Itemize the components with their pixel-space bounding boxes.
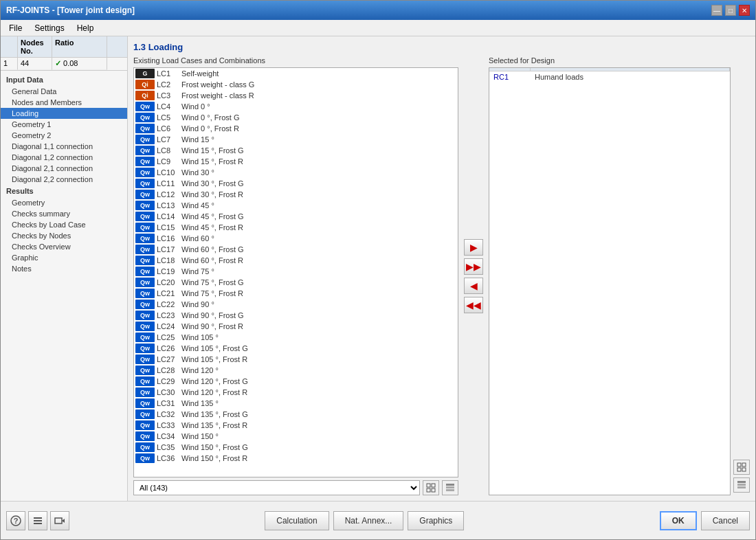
close-button[interactable]: ✕ (739, 5, 750, 16)
list-item[interactable]: Qw LC4 Wind 0 ° (134, 101, 458, 112)
list-item[interactable]: Qw LC9 Wind 15 °, Frost R (134, 156, 458, 167)
right-icon-col (733, 67, 750, 495)
selected-box[interactable]: RC1 Humand loads (489, 67, 731, 495)
list-item[interactable]: Qw LC16 Wind 60 ° (134, 233, 458, 244)
nav-geometry[interactable]: Geometry (1, 197, 127, 208)
list-item[interactable]: Qw LC32 Wind 135 °, Frost G (134, 409, 458, 420)
list-item[interactable]: Qw LC34 Wind 150 ° (134, 431, 458, 442)
selected-table-icon[interactable] (733, 477, 750, 493)
list-item[interactable]: Qw LC14 Wind 45 °, Frost G (134, 211, 458, 222)
table-row: 1 44 ✓ 0.08 (1, 58, 127, 70)
table-view-btn[interactable] (442, 480, 458, 495)
load-desc: Wind 120 ° (181, 366, 219, 374)
svg-rect-17 (34, 520, 42, 521)
help-icon: ? (10, 515, 21, 526)
export-button[interactable] (50, 511, 69, 530)
nav-geometry2[interactable]: Geometry 2 (1, 130, 127, 141)
list-item[interactable]: Qw LC12 Wind 30 °, Frost R (134, 189, 458, 200)
menu-help[interactable]: Help (71, 22, 100, 34)
list-item[interactable]: Qw LC35 Wind 150 °, Frost G (134, 442, 458, 453)
nav-diag21[interactable]: Diagonal 2,1 connection (1, 163, 127, 174)
add-one-button[interactable]: ▶ (464, 239, 483, 256)
list-item[interactable]: Qw LC33 Wind 135 °, Frost R (134, 420, 458, 431)
nav-diag12[interactable]: Diagonal 1,2 connection (1, 152, 127, 163)
list-item[interactable]: Qw LC15 Wind 45 °, Frost R (134, 222, 458, 233)
maximize-button[interactable]: □ (725, 5, 736, 16)
list-item[interactable]: Qi LC2 Frost weight - class G (134, 79, 458, 90)
load-desc: Wind 90 ° (181, 300, 214, 308)
load-list-box[interactable]: G LC1 Self-weight Qi LC2 Frost weight - … (133, 67, 458, 477)
list-item[interactable]: Qw LC7 Wind 15 ° (134, 134, 458, 145)
nav-checks-summary[interactable]: Checks summary (1, 208, 127, 219)
select-all-icon-btn[interactable] (423, 480, 439, 495)
remove-one-button[interactable]: ◀ (464, 278, 483, 294)
help-button[interactable]: ? (6, 511, 25, 530)
nav-diag22[interactable]: Diagonal 2,2 connection (1, 174, 127, 185)
calculation-button[interactable]: Calculation (265, 511, 329, 530)
list-item[interactable]: Qw LC27 Wind 105 °, Frost R (134, 354, 458, 365)
list-item[interactable]: Qw LC17 Wind 60 °, Frost G (134, 244, 458, 255)
menu-file[interactable]: File (3, 22, 27, 34)
nav-loading[interactable]: Loading (1, 108, 127, 119)
list-item[interactable]: Qw LC26 Wind 105 °, Frost G (134, 343, 458, 354)
list-item[interactable]: Qw LC30 Wind 120 °, Frost R (134, 387, 458, 398)
nav-geometry1[interactable]: Geometry 1 (1, 119, 127, 130)
load-num: LC30 (157, 388, 181, 396)
remove-all-button[interactable]: ◀◀ (464, 297, 483, 313)
svg-rect-10 (742, 468, 746, 471)
load-badge: Qw (135, 223, 155, 232)
cancel-button[interactable]: Cancel (701, 511, 750, 530)
load-badge: Qw (135, 245, 155, 254)
nat-annex-button[interactable]: Nat. Annex... (333, 511, 404, 530)
list-item[interactable]: Qw LC8 Wind 15 °, Frost G (134, 145, 458, 156)
load-badge: Qw (135, 431, 155, 441)
nav-checks-load-case[interactable]: Checks by Load Case (1, 219, 127, 230)
load-num: LC27 (157, 355, 181, 363)
list-button[interactable] (28, 511, 47, 530)
list-item[interactable]: Qw LC18 Wind 60 °, Frost R (134, 255, 458, 266)
add-all-button[interactable]: ▶▶ (464, 258, 483, 275)
col-rc-header (489, 68, 531, 71)
nav-nodes-members[interactable]: Nodes and Members (1, 97, 127, 108)
load-desc: Wind 30 ° (181, 168, 214, 177)
load-num: LC22 (157, 300, 181, 308)
selected-select-icon[interactable] (733, 460, 750, 475)
list-item[interactable]: Qw LC20 Wind 75 °, Frost G (134, 277, 458, 288)
list-item[interactable]: Qw LC5 Wind 0 °, Frost G (134, 112, 458, 123)
nav-graphic[interactable]: Graphic (1, 252, 127, 263)
list-item[interactable]: Qw LC31 Wind 135 ° (134, 398, 458, 409)
list-item[interactable]: Qw LC19 Wind 75 ° (134, 266, 458, 277)
load-num: LC35 (157, 443, 181, 451)
graphics-button[interactable]: Graphics (408, 511, 464, 530)
lc-dropdown[interactable]: All (143) (133, 480, 420, 495)
ok-button[interactable]: OK (660, 511, 697, 530)
load-badge: G (135, 69, 155, 78)
menu-settings[interactable]: Settings (29, 22, 69, 34)
load-num: LC13 (157, 201, 181, 210)
nav-checks-nodes[interactable]: Checks by Nodes (1, 230, 127, 241)
list-item[interactable]: Qw LC22 Wind 90 ° (134, 299, 458, 310)
col-nodes-header: Nodes No. (18, 36, 52, 57)
nav-checks-overview[interactable]: Checks Overview (1, 241, 127, 252)
dropdown-row: All (143) (133, 480, 458, 495)
load-badge: Qw (135, 442, 155, 452)
list-item[interactable]: Qw LC6 Wind 0 °, Frost R (134, 123, 458, 134)
list-item[interactable]: Qw LC25 Wind 105 ° (134, 332, 458, 343)
list-item[interactable]: Qw LC13 Wind 45 ° (134, 200, 458, 211)
list-item[interactable]: Qw LC23 Wind 90 °, Frost G (134, 310, 458, 321)
nav-diag11[interactable]: Diagonal 1,1 connection (1, 141, 127, 152)
load-desc: Wind 105 °, Frost G (181, 344, 248, 352)
list-item[interactable]: Qw LC28 Wind 120 ° (134, 365, 458, 376)
list-item[interactable]: Qw LC11 Wind 30 °, Frost G (134, 178, 458, 189)
minimize-button[interactable]: — (711, 5, 722, 16)
list-item[interactable]: G LC1 Self-weight (134, 68, 458, 79)
list-item[interactable]: Qw LC24 Wind 90 °, Frost R (134, 321, 458, 332)
list-item[interactable]: Qi LC3 Frost weight - class R (134, 90, 458, 101)
list-item[interactable]: Qw LC10 Wind 30 ° (134, 167, 458, 178)
list-item[interactable]: Qw LC36 Wind 150 °, Frost R (134, 453, 458, 464)
col-ratio-header: Ratio (52, 36, 107, 57)
list-item[interactable]: Qw LC21 Wind 75 °, Frost R (134, 288, 458, 299)
list-item[interactable]: Qw LC29 Wind 120 °, Frost G (134, 376, 458, 387)
nav-notes[interactable]: Notes (1, 263, 127, 274)
nav-general-data[interactable]: General Data (1, 86, 127, 97)
